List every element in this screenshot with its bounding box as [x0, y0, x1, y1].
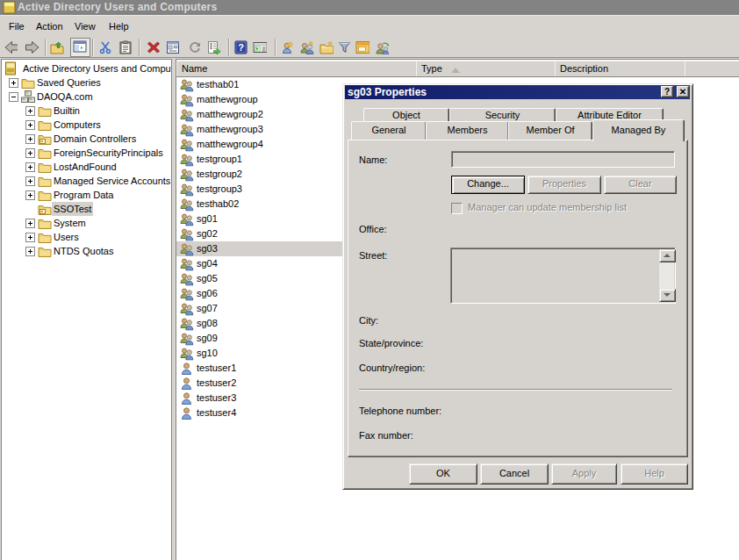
svg-text:?: ? — [238, 42, 244, 53]
